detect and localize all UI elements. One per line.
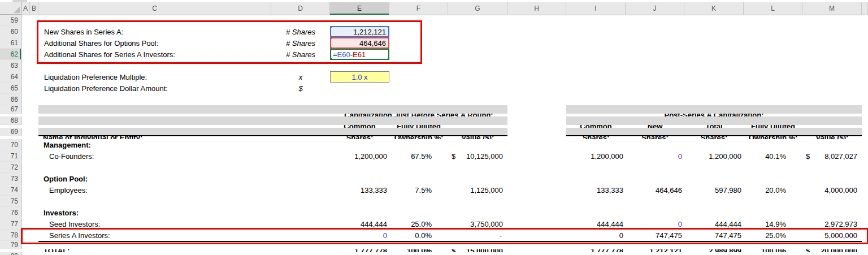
group-investors[interactable]: Investors: <box>38 207 271 218</box>
total-pre-shares[interactable]: 1,777,778 <box>330 249 389 252</box>
pre-shares-header[interactable]: Shares: <box>330 136 389 139</box>
row-header-67[interactable]: 67 <box>0 105 21 114</box>
column-header-g[interactable]: G <box>448 2 507 15</box>
series-a-post-pct[interactable]: 25.0% <box>744 230 802 241</box>
column-header-i[interactable]: I <box>566 2 626 15</box>
cell-liq-multiple-unit[interactable]: x <box>271 71 330 83</box>
row-header-59[interactable]: 59 <box>0 15 21 26</box>
seed-pre-pct[interactable]: 25.0% <box>389 218 448 230</box>
cofounders-post-total[interactable]: 1,200,000 <box>684 150 744 162</box>
cell-formula-edit[interactable]: =E60-E61 <box>330 49 389 60</box>
pre-fully-diluted-header[interactable]: Fully Diluted <box>389 125 448 128</box>
row-header-61[interactable]: 61 <box>0 37 21 49</box>
row-header-74[interactable]: 74 <box>0 184 21 196</box>
row-header-75[interactable]: 75 <box>0 196 21 207</box>
cell-liq-multiple-label[interactable]: Liquidation Preference Multiple: <box>38 71 271 83</box>
row-header-66[interactable]: 66 <box>0 94 21 105</box>
total-post-new[interactable]: 1,212,121 <box>626 249 684 252</box>
post-new-shares-header[interactable]: Shares: <box>626 136 684 139</box>
row-header-68[interactable]: 68 <box>0 116 21 125</box>
pre-common-header[interactable]: Common <box>330 125 389 128</box>
seed-post-new[interactable]: 0 <box>626 218 684 230</box>
cell-series-a-shares-unit[interactable]: # Shares <box>271 49 330 60</box>
column-header-b[interactable]: B <box>30 2 38 15</box>
series-a-pre-pct[interactable]: 0.0% <box>389 230 448 241</box>
group-option-pool[interactable]: Option Pool: <box>38 173 271 184</box>
column-header-a[interactable]: A <box>21 2 30 15</box>
cell-liq-multiple-input[interactable]: 1.0 x <box>330 71 389 83</box>
employees-post-value[interactable]: 4,000,000 <box>802 184 862 196</box>
column-header-c[interactable]: C <box>38 2 271 15</box>
series-a-post-new[interactable]: 747,475 <box>626 230 684 241</box>
cell-options-pool-unit[interactable]: # Shares <box>271 37 330 49</box>
series-a-post-value[interactable]: 5,000,000 <box>802 230 862 241</box>
cell-series-a-shares-label[interactable]: Additional Shares for Series A Investors… <box>38 49 271 60</box>
cofounders-post-new[interactable]: 0 <box>626 150 684 162</box>
employees-post-common[interactable]: 133,333 <box>566 184 626 196</box>
employees-pre-value[interactable]: 1,125,000 <box>448 184 507 196</box>
seed-name[interactable]: Seed Investors: <box>38 218 271 230</box>
row-header-65[interactable]: 65 <box>0 83 21 94</box>
row-header-76[interactable]: 76 <box>0 207 21 218</box>
cell-options-pool-input[interactable]: 464,646 <box>330 37 389 49</box>
series-a-post-common[interactable]: 0 <box>566 230 626 241</box>
row-header-71[interactable]: 71 <box>0 150 21 162</box>
post-total-header[interactable]: Total <box>684 125 744 128</box>
column-header-j[interactable]: J <box>626 2 684 15</box>
post-new-header[interactable]: New <box>626 125 684 128</box>
seed-post-value[interactable]: 2,972,973 <box>802 218 862 230</box>
total-post-pct[interactable]: 100.0% <box>744 249 802 252</box>
total-pre-pct[interactable]: 100.0% <box>389 249 448 252</box>
cofounders-pre-value[interactable]: $10,125,000 <box>448 150 507 162</box>
post-round-title[interactable]: Post-Series A Capitalization: <box>566 114 862 116</box>
total-post-value[interactable]: $20,000,000 <box>802 249 862 252</box>
cofounders-post-value[interactable]: $8,027,027 <box>802 150 862 162</box>
column-header-m[interactable]: M <box>802 2 862 15</box>
cell-liq-dollar-label[interactable]: Liquidation Preference Dollar Amount: <box>38 83 271 94</box>
employees-post-total[interactable]: 597,980 <box>684 184 744 196</box>
row-header-70[interactable]: 70 <box>0 139 21 150</box>
total-post-total[interactable]: 2,989,899 <box>684 249 744 252</box>
employees-pre-pct[interactable]: 7.5% <box>389 184 448 196</box>
post-common-shares-header[interactable]: Shares: <box>566 136 626 139</box>
cofounders-post-pct[interactable]: 40.1% <box>744 150 802 162</box>
column-header-k[interactable]: K <box>684 2 744 15</box>
pre-round-title[interactable]: Capitalization Just Before Series A Roun… <box>330 114 507 116</box>
column-header-h[interactable]: H <box>507 2 566 15</box>
row-header-77[interactable]: 77 <box>0 218 21 230</box>
cofounders-post-common[interactable]: 1,200,000 <box>566 150 626 162</box>
row-header-62-active[interactable]: 62 <box>0 49 21 60</box>
select-all-corner[interactable] <box>0 2 21 15</box>
cofounders-pre-pct[interactable]: 67.5% <box>389 150 448 162</box>
post-fully-diluted-header[interactable]: Fully Diluted <box>744 125 802 128</box>
row-header-73[interactable]: 73 <box>0 173 21 184</box>
name-column-header[interactable]: Name of Individual or Entity: <box>38 136 271 139</box>
employees-pre-shares[interactable]: 133,333 <box>330 184 389 196</box>
cell-new-shares-input[interactable]: 1,212,121 <box>330 26 389 37</box>
employees-name[interactable]: Employees: <box>38 184 271 196</box>
cofounders-name[interactable]: Co-Founders: <box>38 150 271 162</box>
seed-post-common[interactable]: 444,444 <box>566 218 626 230</box>
seed-pre-value[interactable]: 3,750,000 <box>448 218 507 230</box>
total-pre-value[interactable]: $15,000,000 <box>448 249 507 252</box>
cell-new-shares-label[interactable]: New Shares in Series A: <box>38 26 271 37</box>
group-management[interactable]: Management: <box>38 139 271 150</box>
employees-post-pct[interactable]: 20.0% <box>744 184 802 196</box>
column-header-d[interactable]: D <box>271 2 330 15</box>
post-common-header[interactable]: Common <box>566 125 626 128</box>
employees-post-new[interactable]: 464,646 <box>626 184 684 196</box>
cofounders-pre-shares[interactable]: 1,200,000 <box>330 150 389 162</box>
series-a-pre-value[interactable]: - <box>448 230 507 241</box>
post-ownership-header[interactable]: Ownership %: <box>744 136 802 139</box>
pre-value-header[interactable]: Value ($): <box>448 136 507 139</box>
row-header-63[interactable]: 63 <box>0 60 21 71</box>
post-value-header[interactable]: Value ($): <box>802 136 862 139</box>
seed-post-pct[interactable]: 14.9% <box>744 218 802 230</box>
row-header-78[interactable]: 78 <box>0 230 21 241</box>
row-header-64[interactable]: 64 <box>0 71 21 83</box>
total-post-common[interactable]: 1,777,778 <box>566 249 626 252</box>
row-header-79[interactable]: 79 <box>0 241 21 249</box>
row-header-69[interactable]: 69 <box>0 128 21 136</box>
cell-options-pool-label[interactable]: Additional Shares for Options Pool: <box>38 37 271 49</box>
series-a-name[interactable]: Series A Investors: <box>38 230 271 241</box>
